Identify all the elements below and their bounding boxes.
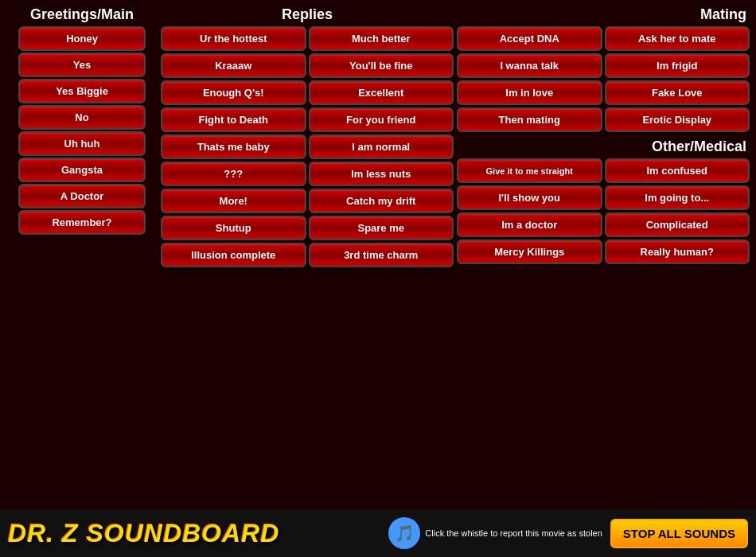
- btn-remember[interactable]: Remember?: [18, 210, 146, 235]
- btn-really-human[interactable]: Really human?: [605, 240, 750, 264]
- btn-accept-dna[interactable]: Accept DNA: [457, 26, 602, 51]
- btn-yes-biggie[interactable]: Yes Biggie: [18, 79, 146, 103]
- replies-section: Replies Ur the hottest Much better Kraaa…: [161, 6, 454, 503]
- btn-complicated[interactable]: Complicated: [605, 212, 750, 237]
- btn-i-wanna-talk[interactable]: I wanna talk: [457, 53, 602, 78]
- btn-shutup[interactable]: Shutup: [161, 216, 306, 240]
- whistle-icon[interactable]: 🎵: [388, 517, 420, 549]
- btn-qqq[interactable]: ???: [161, 162, 306, 186]
- btn-mercy-killings[interactable]: Mercy Killings: [457, 240, 602, 264]
- btn-ur-hottest[interactable]: Ur the hottest: [161, 26, 306, 51]
- btn-yes[interactable]: Yes: [18, 53, 146, 77]
- btn-give-straight[interactable]: Give it to me straight: [457, 158, 602, 183]
- btn-im-frigid[interactable]: Im frigid: [605, 53, 750, 78]
- btn-much-better[interactable]: Much better: [309, 26, 454, 51]
- btn-then-mating[interactable]: Then mating: [457, 107, 602, 132]
- greetings-section: Greetings/Main Honey Yes Yes Biggie No U…: [6, 6, 158, 503]
- btn-im-going-to[interactable]: Im going to...: [605, 185, 750, 210]
- btn-kraaaw[interactable]: Kraaaw: [161, 53, 306, 78]
- btn-i-am-normal[interactable]: I am normal: [309, 134, 454, 159]
- other-medical-title: Other/Medical: [457, 138, 750, 155]
- btn-more[interactable]: More!: [161, 189, 306, 213]
- btn-spare-me[interactable]: Spare me: [309, 216, 454, 240]
- btn-no[interactable]: No: [18, 105, 146, 130]
- btn-a-doctor[interactable]: A Doctor: [18, 184, 146, 208]
- btn-fight-death[interactable]: Fight to Death: [161, 107, 306, 132]
- btn-gangsta[interactable]: Gangsta: [18, 158, 146, 182]
- btn-youll-be-fine[interactable]: You'll be fine: [309, 53, 454, 78]
- btn-uh-huh[interactable]: Uh huh: [18, 131, 146, 156]
- mating-grid: Accept DNA Ask her to mate I wanna talk …: [457, 26, 750, 132]
- btn-thats-me-baby[interactable]: Thats me baby: [161, 134, 306, 159]
- other-medical-grid: Give it to me straight Im confused I'll …: [457, 158, 750, 264]
- footer: DR. Z SOUNDBOARD 🎵 Click the whistle to …: [0, 509, 756, 557]
- btn-im-in-love[interactable]: Im in love: [457, 80, 602, 105]
- btn-catch-my-drift[interactable]: Catch my drift: [309, 189, 454, 213]
- footer-whistle-text: Click the whistle to report this movie a…: [425, 528, 602, 539]
- footer-logo: DR. Z SOUNDBOARD: [8, 519, 380, 548]
- btn-fake-love[interactable]: Fake Love: [605, 80, 750, 105]
- right-column: Mating Accept DNA Ask her to mate I wann…: [457, 6, 750, 503]
- mating-title: Mating: [457, 6, 750, 23]
- btn-illusion-complete[interactable]: Illusion complete: [161, 243, 306, 267]
- btn-3rd-time-charm[interactable]: 3rd time charm: [309, 243, 454, 267]
- btn-im-less-nuts[interactable]: Im less nuts: [309, 162, 454, 186]
- btn-ask-her-to-mate[interactable]: Ask her to mate: [605, 26, 750, 51]
- btn-ill-show-you[interactable]: I'll show you: [457, 185, 602, 210]
- footer-whistle-area: 🎵 Click the whistle to report this movie…: [388, 517, 602, 549]
- btn-excellent[interactable]: Excellent: [309, 80, 454, 105]
- btn-enough-qs[interactable]: Enough Q's!: [161, 80, 306, 105]
- greetings-title: Greetings/Main: [6, 6, 158, 23]
- btn-erotic-display[interactable]: Erotic Display: [605, 107, 750, 132]
- replies-grid: Ur the hottest Much better Kraaaw You'll…: [161, 26, 454, 267]
- btn-im-a-doctor[interactable]: Im a doctor: [457, 212, 602, 237]
- stop-all-sounds-button[interactable]: STOP ALL SOUNDS: [610, 519, 748, 548]
- replies-title: Replies: [161, 6, 454, 23]
- btn-im-confused[interactable]: Im confused: [605, 158, 750, 183]
- btn-honey[interactable]: Honey: [18, 26, 146, 51]
- btn-for-you-friend[interactable]: For you friend: [309, 107, 454, 132]
